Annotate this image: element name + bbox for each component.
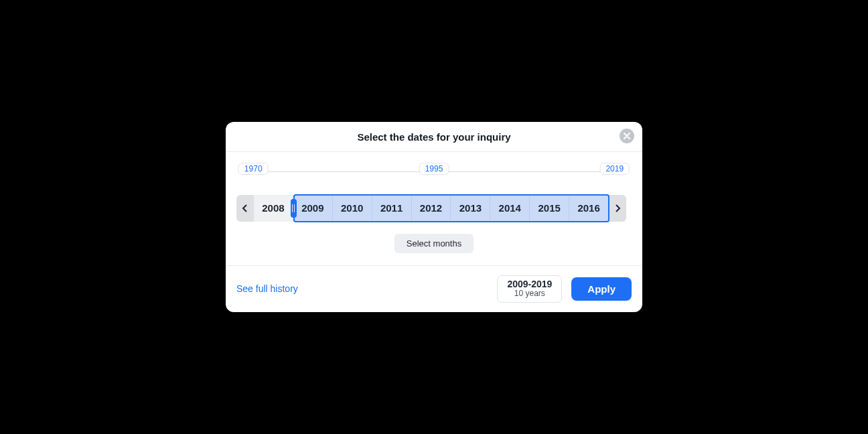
footer-right: 2009-2019 10 years Apply [497, 275, 632, 303]
scroll-right-button[interactable] [609, 195, 626, 222]
apply-button[interactable]: Apply [571, 277, 632, 301]
range-handle-left[interactable] [291, 199, 297, 218]
year-cell[interactable]: 2015 [530, 195, 569, 222]
chevron-left-icon [242, 204, 248, 212]
year-cell[interactable]: 2016 [569, 195, 609, 222]
range-summary-value: 2009-2019 [507, 279, 552, 289]
year-cell[interactable]: 2010 [333, 195, 372, 222]
year-cell[interactable]: 2008 [254, 195, 293, 222]
see-full-history-link[interactable]: See full history [236, 283, 298, 294]
select-months-button[interactable]: Select months [394, 234, 474, 253]
range-summary: 2009-2019 10 years [497, 275, 562, 303]
timeline-tick-mid: 1995 [419, 163, 449, 175]
modal-body: 1970 1995 2019 2008 2009 2010 2011 2012 … [226, 152, 642, 265]
close-icon [624, 133, 630, 139]
year-row: 2008 2009 2010 2011 2012 2013 2014 2015 … [236, 195, 632, 222]
year-cell[interactable]: 2011 [372, 195, 412, 222]
timeline-rail[interactable]: 1970 1995 2019 [242, 167, 626, 177]
modal-header: Select the dates for your inquiry [226, 122, 642, 152]
date-range-modal: Select the dates for your inquiry 1970 1… [226, 122, 642, 313]
timeline-tick-end: 2019 [599, 163, 630, 175]
chevron-right-icon [614, 204, 621, 212]
year-cell[interactable]: 2014 [490, 195, 530, 222]
range-summary-sub: 10 years [507, 289, 552, 299]
modal-title: Select the dates for your inquiry [357, 131, 510, 143]
year-cell[interactable]: 2012 [412, 195, 451, 222]
timeline-tick-start: 1970 [238, 163, 269, 175]
modal-footer: See full history 2009-2019 10 years Appl… [226, 265, 642, 313]
selected-range: 2009 2010 2011 2012 2013 2014 2015 2016 [293, 195, 609, 222]
scroll-left-button[interactable] [236, 195, 254, 222]
close-button[interactable] [620, 129, 634, 143]
year-cell[interactable]: 2013 [451, 195, 490, 222]
year-cell[interactable]: 2009 [293, 195, 333, 222]
